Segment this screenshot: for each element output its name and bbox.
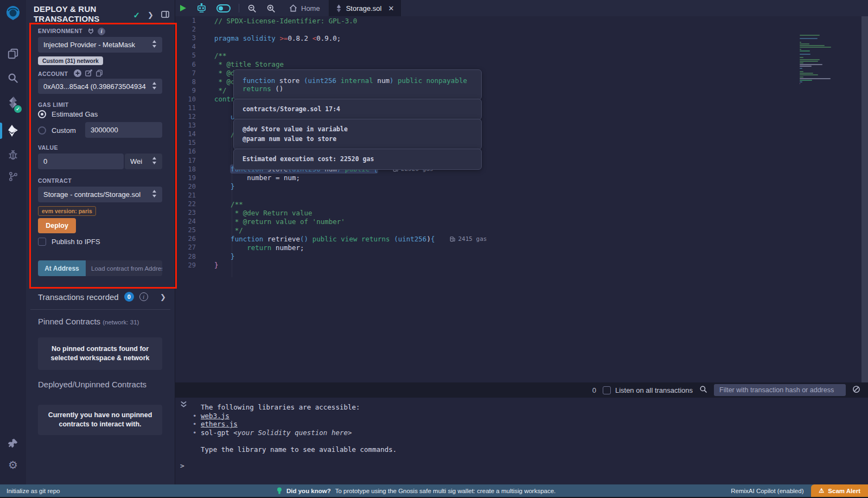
add-account-icon[interactable] <box>74 69 81 78</box>
run-script-icon[interactable] <box>175 0 192 16</box>
listen-all-transactions[interactable]: Listen on all transactions <box>603 386 693 394</box>
copy-address-icon[interactable] <box>96 69 103 78</box>
code-line: 27 return number; <box>175 243 868 252</box>
minimap[interactable] <box>800 35 833 85</box>
close-tab-icon[interactable]: ✕ <box>388 4 394 12</box>
environment-select[interactable]: Injected Provider - MetaMask <box>38 37 162 53</box>
tab-bar: Home Storage.sol ✕ <box>175 0 868 16</box>
hover-tooltip: function store (uint256 internal num) pu… <box>233 71 482 170</box>
custom-gas-input[interactable]: 3000000 <box>85 122 162 138</box>
expand-terminal-icon[interactable] <box>180 400 187 410</box>
estimated-gas-label: Estimated Gas <box>52 110 98 118</box>
tab-home[interactable]: Home <box>280 0 329 16</box>
lightbulb-icon <box>277 487 282 495</box>
file-explorer-icon[interactable] <box>0 44 26 63</box>
radio-selected-icon <box>38 110 46 118</box>
git-init-status[interactable]: Initialize as git repo <box>0 488 60 494</box>
terminal-prompt[interactable]: > <box>180 462 184 470</box>
deploy-run-panel: DEPLOY & RUN TRANSACTIONS ✓ ❯ ENVIRONMEN… <box>26 0 175 484</box>
settings-gear-icon[interactable]: ⚙ <box>0 456 26 474</box>
warning-icon: ⚠ <box>819 487 824 494</box>
publish-ipfs-label: Publish to IPFS <box>52 238 100 246</box>
terminal-line: • ethers.js <box>175 420 868 429</box>
copilot-status[interactable]: RemixAI Copilot (enabled) <box>731 488 803 494</box>
line-number: 21 <box>175 191 203 199</box>
transaction-filter-input[interactable]: Filter with transaction hash or address <box>714 384 846 396</box>
forward-chevron-icon[interactable]: ❯ <box>148 11 154 19</box>
copilot-toggle[interactable] <box>212 0 235 16</box>
zoom-out-icon[interactable] <box>242 0 261 16</box>
line-number: 16 <box>175 148 203 155</box>
terminal-toolbar: 0 Listen on all transactions Filter with… <box>175 382 868 398</box>
code-line: 19 number = num; <box>175 174 868 182</box>
solidity-compiler-icon[interactable]: ✓ <box>0 93 26 112</box>
line-number: 20 <box>175 183 203 190</box>
code-line: 6 * @title Storage <box>175 60 868 68</box>
environment-info-icon[interactable]: i <box>98 28 105 35</box>
at-address-input[interactable]: Load contract from Addres <box>86 260 162 276</box>
deploy-button[interactable]: Deploy <box>38 218 76 233</box>
listen-checkbox[interactable] <box>603 386 611 394</box>
remix-logo-icon[interactable] <box>4 4 22 23</box>
clear-console-icon[interactable] <box>852 385 860 395</box>
search-icon[interactable] <box>0 69 26 87</box>
contract-label: CONTRACT <box>38 177 72 184</box>
sign-message-icon[interactable] <box>85 69 92 78</box>
value-label: VALUE <box>38 144 58 151</box>
environment-label: ENVIRONMENT i <box>38 28 105 35</box>
did-you-know-tip: Did you know? To prototype using the Gno… <box>277 487 556 495</box>
tab-storage-sol[interactable]: Storage.sol ✕ <box>329 0 401 16</box>
line-number: 6 <box>175 61 203 68</box>
ai-copilot-robot-icon[interactable] <box>192 0 212 16</box>
tooltip-path: contracts/Storage.sol 17:4 <box>233 99 482 120</box>
terminal-line: • web3.js <box>175 412 868 420</box>
status-bar: Initialize as git repo Did you know? To … <box>0 484 868 497</box>
line-number: 24 <box>175 218 203 225</box>
code-line: 24 * @return value of 'number' <box>175 217 868 226</box>
editor-scrollbar[interactable] <box>861 16 868 382</box>
value-input[interactable]: 0 <box>38 154 124 169</box>
plug-icon[interactable] <box>88 28 94 35</box>
plugin-manager-icon[interactable] <box>0 434 26 452</box>
code-line: 1// SPDX-License-Identifier: GPL-3.0 <box>175 16 868 25</box>
expand-transactions-icon[interactable]: ❯ <box>160 293 166 301</box>
custom-gas-radio[interactable]: Custom <box>38 126 76 135</box>
divider <box>30 309 170 310</box>
code-line: 29} <box>175 261 868 270</box>
publish-ipfs-row[interactable]: Publish to IPFS <box>38 238 100 246</box>
terminal-line <box>175 437 868 445</box>
line-number: 7 <box>175 69 203 77</box>
terminal-search-icon[interactable] <box>699 385 707 395</box>
zoom-in-icon[interactable] <box>261 0 280 16</box>
line-number: 19 <box>175 174 203 182</box>
transactions-count-badge: 0 <box>124 292 134 302</box>
scam-alert-button[interactable]: ⚠ Scam Alert <box>811 484 868 497</box>
compile-success-badge: ✓ <box>14 105 22 113</box>
pin-panel-icon[interactable] <box>161 10 169 20</box>
icon-rail: ✓ ⚙ <box>0 0 26 484</box>
custom-gas-label: Custom <box>52 126 76 135</box>
transactions-recorded-label: Transactions recorded <box>38 292 119 302</box>
terminal[interactable]: The following libraries are accessible:•… <box>175 398 868 484</box>
contract-select[interactable]: Storage - contracts/Storage.sol <box>38 187 162 202</box>
line-number: 13 <box>175 122 203 129</box>
debugger-icon[interactable] <box>0 145 26 164</box>
transactions-recorded-row[interactable]: Transactions recorded 0 i ❯ <box>38 292 166 302</box>
at-address-button[interactable]: At Address <box>38 260 86 276</box>
publish-ipfs-checkbox[interactable] <box>38 238 46 246</box>
value-unit-select[interactable]: Wei <box>125 154 162 169</box>
estimated-gas-radio[interactable]: Estimated Gas <box>38 110 98 118</box>
terminal-line: The following libraries are accessible: <box>175 403 868 412</box>
line-number: 4 <box>175 43 203 50</box>
tab-home-label: Home <box>301 4 320 12</box>
code-line: 5/** <box>175 51 868 60</box>
line-number: 25 <box>175 226 203 234</box>
deploy-run-icon[interactable] <box>0 122 26 140</box>
transactions-info-icon[interactable]: i <box>139 292 148 301</box>
line-number: 8 <box>175 78 203 86</box>
git-icon[interactable] <box>0 167 26 186</box>
select-arrows-icon <box>152 190 157 199</box>
account-select[interactable]: 0xA03...85ac4 (0.398673504934 <box>38 79 162 94</box>
indent-guide <box>232 120 232 277</box>
line-number: 3 <box>175 34 203 42</box>
